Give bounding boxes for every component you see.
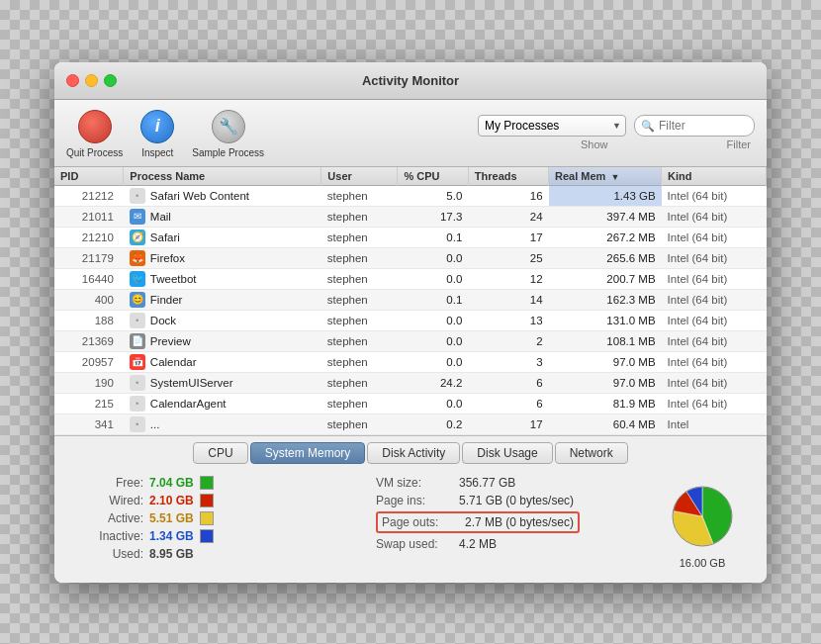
used-value: 8.95 GB [149, 547, 194, 561]
cell-cpu: 17.3 [398, 206, 468, 227]
col-threads[interactable]: Threads [468, 167, 548, 186]
cell-user: stephen [321, 206, 398, 227]
window-title: Activity Monitor [362, 73, 459, 88]
active-swatch [200, 511, 214, 525]
cell-pid: 190 [54, 372, 124, 393]
cell-threads: 16 [468, 185, 548, 206]
page-ins-value: 5.71 GB (0 bytes/sec) [459, 494, 574, 507]
active-value: 5.51 GB [149, 511, 194, 525]
memory-stats-left: Free: 7.04 GB Wired: 2.10 GB Active: 5.5… [74, 476, 356, 569]
cell-kind: Intel (64 bit) [662, 247, 767, 268]
vm-size-value: 356.77 GB [459, 476, 515, 490]
cell-threads: 12 [468, 268, 548, 289]
table-row[interactable]: 21212 ▪ Safari Web Content stephen 5.0 1… [54, 185, 767, 206]
show-select-wrapper: My Processes All Processes Other User Pr… [478, 115, 626, 137]
close-button[interactable] [66, 74, 79, 87]
col-user[interactable]: User [321, 167, 398, 186]
tab-disk-usage[interactable]: Disk Usage [462, 442, 552, 464]
table-row[interactable]: 190 ▪ SystemUIServer stephen 24.2 6 97.0… [54, 372, 767, 393]
maximize-button[interactable] [104, 74, 117, 87]
cell-threads: 17 [468, 227, 548, 247]
tabs-bar: CPU System Memory Disk Activity Disk Usa… [54, 436, 767, 468]
filter-box: 🔍 [634, 115, 755, 137]
cell-mem: 131.0 MB [549, 310, 662, 330]
cell-mem: 397.4 MB [549, 206, 662, 227]
col-real-mem[interactable]: Real Mem ▼ [549, 167, 662, 186]
inspect-button[interactable]: i Inspect [138, 108, 176, 158]
cell-name: 🦊 Firefox [124, 247, 321, 268]
filter-input[interactable] [659, 119, 748, 133]
quit-process-button[interactable]: Quit Process [66, 108, 123, 158]
cell-pid: 400 [54, 289, 124, 310]
cell-pid: 21369 [54, 330, 124, 351]
col-pid[interactable]: PID [54, 167, 124, 186]
cell-pid: 20957 [54, 351, 124, 372]
cell-user: stephen [321, 185, 398, 206]
cell-threads: 17 [468, 414, 548, 434]
show-dropdown[interactable]: My Processes All Processes Other User Pr… [478, 115, 626, 137]
toolbar: Quit Process i Inspect 🔧 Sample Process … [54, 100, 767, 167]
swap-used-row: Swap used: 4.2 MB [376, 537, 658, 551]
page-outs-value: 2.7 MB (0 bytes/sec) [465, 515, 574, 529]
cell-mem: 1.43 GB [549, 185, 662, 206]
stat-used: Used: 8.95 GB [74, 547, 356, 561]
memory-stats-right: VM size: 356.77 GB Page ins: 5.71 GB (0 … [356, 476, 658, 569]
tab-disk-activity[interactable]: Disk Activity [367, 442, 460, 464]
stat-free: Free: 7.04 GB [74, 476, 356, 490]
cell-name: ▪ Dock [124, 310, 321, 330]
cell-pid: 215 [54, 393, 124, 414]
show-column-label: Show [581, 138, 608, 150]
table-row[interactable]: 341 ▪ ... stephen 0.2 17 60.4 MB Intel [54, 414, 767, 434]
table-row[interactable]: 188 ▪ Dock stephen 0.0 13 131.0 MB Intel… [54, 310, 767, 330]
cell-kind: Intel (64 bit) [662, 372, 767, 393]
tab-system-memory[interactable]: System Memory [250, 442, 366, 464]
cell-kind: Intel (64 bit) [662, 185, 767, 206]
tab-network[interactable]: Network [555, 442, 628, 464]
inactive-swatch [200, 529, 214, 543]
page-ins-label: Page ins: [376, 494, 455, 507]
table-row[interactable]: 21011 ✉ Mail stephen 17.3 24 397.4 MB In… [54, 206, 767, 227]
cell-name: ✉ Mail [124, 206, 321, 227]
col-kind[interactable]: Kind [662, 167, 767, 186]
cell-cpu: 0.1 [398, 227, 468, 247]
inspect-icon: i [138, 108, 176, 145]
stat-active: Active: 5.51 GB [74, 511, 356, 525]
cell-mem: 60.4 MB [549, 414, 662, 434]
page-outs-label: Page outs: [382, 515, 461, 529]
cell-user: stephen [321, 414, 398, 434]
minimize-button[interactable] [85, 74, 98, 87]
stat-inactive: Inactive: 1.34 GB [74, 529, 356, 543]
cell-user: stephen [321, 330, 398, 351]
wired-swatch [200, 494, 214, 507]
cell-pid: 16440 [54, 268, 124, 289]
cell-name: 😊 Finder [124, 289, 321, 310]
wired-label: Wired: [74, 494, 143, 507]
table-row[interactable]: 21210 🧭 Safari stephen 0.1 17 267.2 MB I… [54, 227, 767, 247]
cell-name: 🧭 Safari [124, 227, 321, 247]
col-process-name[interactable]: Process Name [124, 167, 321, 186]
cell-pid: 188 [54, 310, 124, 330]
cell-user: stephen [321, 289, 398, 310]
stat-wired: Wired: 2.10 GB [74, 494, 356, 507]
cell-cpu: 0.0 [398, 310, 468, 330]
cell-threads: 13 [468, 310, 548, 330]
page-ins-row: Page ins: 5.71 GB (0 bytes/sec) [376, 494, 658, 507]
col-cpu[interactable]: % CPU [398, 167, 468, 186]
tab-cpu[interactable]: CPU [193, 442, 247, 464]
sample-process-button[interactable]: 🔧 Sample Process [192, 108, 264, 158]
table-row[interactable]: 20957 📅 Calendar stephen 0.0 3 97.0 MB I… [54, 351, 767, 372]
cell-pid: 21212 [54, 185, 124, 206]
sample-icon: 🔧 [210, 108, 247, 145]
cell-kind: Intel (64 bit) [662, 268, 767, 289]
filter-column-label: Filter [727, 138, 751, 150]
cell-mem: 97.0 MB [549, 372, 662, 393]
table-row[interactable]: 21179 🦊 Firefox stephen 0.0 25 265.6 MB … [54, 247, 767, 268]
table-row[interactable]: 21369 📄 Preview stephen 0.0 2 108.1 MB I… [54, 330, 767, 351]
table-row[interactable]: 16440 🐦 Tweetbot stephen 0.0 12 200.7 MB… [54, 268, 767, 289]
cell-name: 📄 Preview [124, 330, 321, 351]
table-row[interactable]: 400 😊 Finder stephen 0.1 14 162.3 MB Int… [54, 289, 767, 310]
table-row[interactable]: 215 ▪ CalendarAgent stephen 0.0 6 81.9 M… [54, 393, 767, 414]
free-swatch [200, 476, 214, 490]
cell-mem: 265.6 MB [549, 247, 662, 268]
cell-mem: 108.1 MB [549, 330, 662, 351]
